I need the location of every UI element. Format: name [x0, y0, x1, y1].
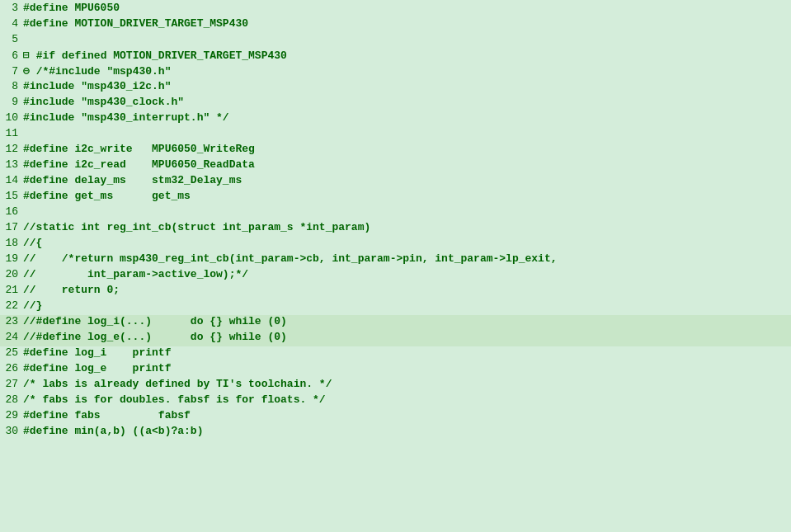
line-number: 21 [3, 284, 18, 296]
line-content: // int_param->active_low);*/ [23, 268, 248, 280]
line-number: 29 [3, 409, 18, 421]
line-number: 28 [3, 393, 18, 406]
line-number: 22 [3, 299, 18, 312]
code-line: 3#define MPU6050 [0, 2, 791, 17]
line-number: 19 [3, 252, 18, 265]
line-content: #define i2c_write MPU6050_WriteReg [23, 143, 255, 155]
code-line: 16 [0, 205, 791, 221]
line-number: 25 [3, 346, 18, 359]
line-number: 23 [3, 315, 18, 327]
line-content: #include "msp430_clock.h" [23, 96, 184, 108]
line-number: 12 [3, 143, 18, 155]
line-number: 16 [3, 205, 18, 218]
code-line: 12#define i2c_write MPU6050_WriteReg [0, 143, 791, 158]
code-line: 17//static int reg_int_cb(struct int_par… [0, 221, 791, 237]
line-number: 20 [3, 268, 18, 280]
code-line: 29#define fabs fabsf [0, 409, 791, 425]
line-number: 17 [3, 221, 18, 233]
line-content: //} [23, 299, 42, 312]
line-number: 4 [3, 17, 18, 30]
line-number: 11 [3, 127, 18, 139]
line-content: #define MOTION_DRIVER_TARGET_MSP430 [23, 17, 248, 30]
line-content: #define fabs fabsf [23, 409, 191, 421]
line-content: /* fabs is for doubles. fabsf is for flo… [23, 393, 326, 406]
line-number: 27 [3, 378, 18, 390]
code-line: 13#define i2c_read MPU6050_ReadData [0, 158, 791, 174]
line-number: 8 [3, 80, 18, 92]
code-line: 10#include "msp430_interrupt.h" */ [0, 111, 791, 127]
line-content: #include "msp430_interrupt.h" */ [23, 111, 229, 124]
code-line: 24//#define log_e(...) do {} while (0) [0, 331, 791, 346]
code-line: 9#include "msp430_clock.h" [0, 96, 791, 111]
line-number: 18 [3, 237, 18, 249]
code-editor: 3#define MPU60504#define MOTION_DRIVER_T… [0, 0, 791, 532]
line-content: //#define log_e(...) do {} while (0) [23, 331, 287, 343]
line-content: #define delay_ms stm32_Delay_ms [23, 174, 242, 186]
code-line: 28/* fabs is for doubles. fabsf is for f… [0, 393, 791, 409]
line-content: #define log_i printf [23, 346, 171, 359]
code-line: 20// int_param->active_low);*/ [0, 268, 791, 284]
code-line: 22//} [0, 299, 791, 315]
line-content: ⊖ /*#include "msp430.h" [23, 64, 171, 78]
code-line: 14#define delay_ms stm32_Delay_ms [0, 174, 791, 190]
line-content: // return 0; [23, 284, 120, 296]
code-line: 4#define MOTION_DRIVER_TARGET_MSP430 [0, 17, 791, 33]
line-number: 9 [3, 96, 18, 108]
line-number: 10 [3, 111, 18, 124]
line-number: 14 [3, 174, 18, 186]
line-number: 24 [3, 331, 18, 343]
code-line: 8#include "msp430_i2c.h" [0, 80, 791, 96]
line-number: 26 [3, 362, 18, 374]
line-number: 3 [3, 2, 18, 14]
code-line: 25#define log_i printf [0, 346, 791, 362]
code-line: 23//#define log_i(...) do {} while (0) [0, 315, 791, 331]
code-line: 21// return 0; [0, 284, 791, 299]
code-line: 6⊟ #if defined MOTION_DRIVER_TARGET_MSP4… [0, 49, 791, 64]
code-line: 30#define min(a,b) ((a<b)?a:b) [0, 425, 791, 440]
line-content: #define get_ms get_ms [23, 190, 191, 202]
line-number: 5 [3, 33, 18, 45]
line-number: 7 [3, 65, 18, 78]
line-content: #define i2c_read MPU6050_ReadData [23, 158, 255, 171]
line-number: 6 [3, 49, 18, 62]
line-number: 15 [3, 190, 18, 202]
line-content: ⊟ #if defined MOTION_DRIVER_TARGET_MSP43… [23, 49, 287, 62]
line-number: 13 [3, 158, 18, 171]
line-number: 30 [3, 425, 18, 437]
code-line: 26#define log_e printf [0, 362, 791, 378]
line-content: //{ [23, 237, 42, 249]
code-line: 15#define get_ms get_ms [0, 190, 791, 205]
code-line: 5 [0, 33, 791, 49]
line-content: /* labs is already defined by TI's toolc… [23, 378, 332, 390]
line-content: //static int reg_int_cb(struct int_param… [23, 221, 370, 233]
code-line: 18//{ [0, 237, 791, 252]
line-content: // /*return msp430_reg_int_cb(int_param-… [23, 252, 558, 265]
code-line: 19// /*return msp430_reg_int_cb(int_para… [0, 252, 791, 268]
line-content: #define MPU6050 [23, 2, 120, 14]
code-line: 11 [0, 127, 791, 143]
line-content: #include "msp430_i2c.h" [23, 80, 171, 92]
line-content: #define log_e printf [23, 362, 171, 374]
line-content: #define min(a,b) ((a<b)?a:b) [23, 425, 203, 437]
code-line: 27/* labs is already defined by TI's too… [0, 378, 791, 393]
line-content: //#define log_i(...) do {} while (0) [23, 315, 287, 327]
code-line: 7⊖ /*#include "msp430.h" [0, 64, 791, 80]
